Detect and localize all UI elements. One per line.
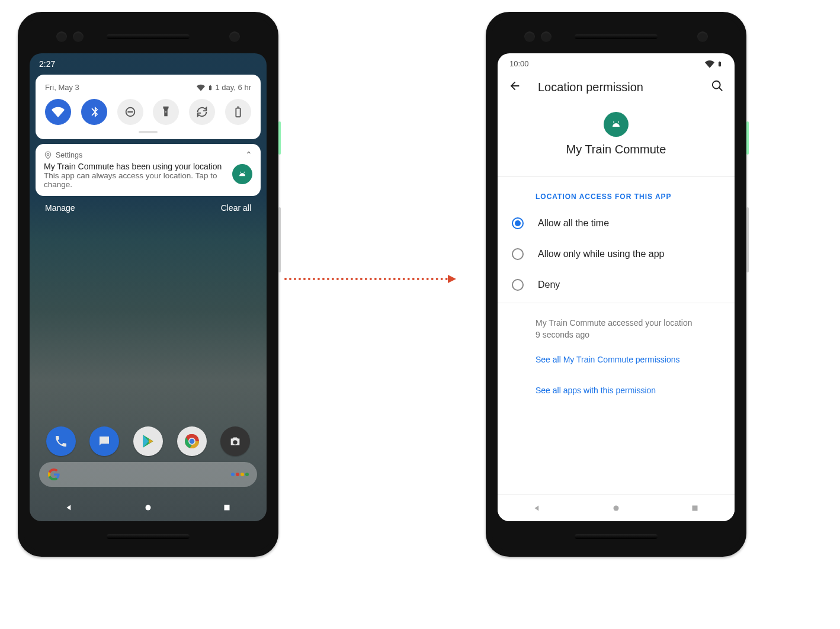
- camera-icon[interactable]: [220, 426, 250, 456]
- screen-left: 2:27 Fri, May 3 1 day, 6 hr: [30, 53, 267, 521]
- dock: [30, 426, 267, 456]
- transition-arrow: [284, 275, 456, 283]
- svg-point-8: [145, 505, 150, 511]
- home-button[interactable]: [143, 502, 153, 513]
- status-time: 2:27: [30, 53, 267, 72]
- nav-bar: [498, 494, 735, 521]
- nav-bar: [30, 494, 267, 521]
- radio-label: Allow only while using the app: [538, 249, 664, 259]
- recents-button[interactable]: [690, 503, 700, 514]
- panel-handle[interactable]: [139, 131, 158, 133]
- chevron-up-icon[interactable]: ⌃: [245, 150, 252, 159]
- svg-point-7: [189, 439, 194, 444]
- radio-label: Deny: [538, 280, 560, 290]
- home-button[interactable]: [611, 503, 621, 514]
- qs-status-right: 1 day, 6 hr: [197, 83, 251, 92]
- usage-info: My Train Commute accessed your location …: [498, 303, 735, 344]
- radio-allow-while-using[interactable]: Allow only while using the app: [498, 239, 735, 269]
- qs-batt: 1 day, 6 hr: [216, 83, 251, 92]
- notif-app: Settings: [56, 151, 82, 159]
- phone-icon[interactable]: [46, 426, 76, 456]
- manage-button[interactable]: Manage: [45, 203, 75, 213]
- app-name: My Train Commute: [498, 143, 735, 156]
- notification-card[interactable]: Settings ⌃ My Train Commute has been usi…: [36, 144, 261, 196]
- app-icon: [604, 112, 629, 137]
- link-all-apps-permission[interactable]: See all apps with this permission: [498, 375, 735, 406]
- radio-icon: [512, 279, 524, 291]
- radio-allow-always[interactable]: Allow all the time: [498, 208, 735, 239]
- svg-point-10: [613, 505, 618, 511]
- quick-settings-panel[interactable]: Fri, May 3 1 day, 6 hr: [36, 75, 261, 139]
- location-icon: [44, 151, 52, 159]
- radio-label: Allow all the time: [538, 218, 609, 229]
- wifi-status-icon: [197, 84, 205, 92]
- back-icon[interactable]: [508, 79, 521, 95]
- qs-date: Fri, May 3: [45, 83, 79, 92]
- app-icon-small: [232, 164, 252, 184]
- rotate-icon[interactable]: [189, 99, 215, 125]
- back-button[interactable]: [532, 503, 543, 514]
- radio-icon: [512, 248, 524, 260]
- wifi-status-icon: [705, 59, 714, 69]
- clear-all-button[interactable]: Clear all: [221, 203, 251, 213]
- app-bar: Location permission: [498, 71, 735, 104]
- section-label: LOCATION ACCESS FOR THIS APP: [498, 177, 735, 208]
- bluetooth-icon[interactable]: [81, 99, 107, 125]
- back-button[interactable]: [64, 502, 75, 513]
- app-header: My Train Commute: [498, 104, 735, 176]
- search-bar[interactable]: [39, 462, 257, 487]
- screen-right: 10:00 Location permission My Train Commu…: [498, 53, 735, 521]
- dnd-icon[interactable]: [117, 99, 143, 125]
- status-time: 10:00: [509, 59, 529, 69]
- phone-left: 2:27 Fri, May 3 1 day, 6 hr: [18, 12, 278, 557]
- battery-saver-icon[interactable]: [225, 99, 251, 125]
- link-all-app-permissions[interactable]: See all My Train Commute permissions: [498, 344, 735, 375]
- qs-tiles: [45, 99, 251, 125]
- search-icon[interactable]: [711, 79, 724, 95]
- radio-deny[interactable]: Deny: [498, 269, 735, 300]
- wifi-icon[interactable]: [45, 99, 71, 125]
- phone-right: 10:00 Location permission My Train Commu…: [486, 12, 746, 557]
- messages-icon[interactable]: [89, 426, 119, 456]
- radio-icon: [512, 217, 524, 229]
- svg-rect-9: [225, 505, 230, 511]
- battery-status-icon: [207, 84, 213, 92]
- battery-status-icon: [717, 59, 723, 69]
- chrome-icon[interactable]: [177, 426, 207, 456]
- appbar-title: Location permission: [538, 81, 643, 94]
- flashlight-icon[interactable]: [153, 99, 179, 125]
- svg-rect-11: [692, 505, 698, 511]
- assistant-icon[interactable]: [231, 473, 249, 476]
- play-icon[interactable]: [133, 426, 163, 456]
- google-icon: [47, 468, 60, 481]
- svg-point-4: [47, 153, 49, 156]
- svg-rect-2: [236, 108, 240, 117]
- notif-body: This app can always access your location…: [44, 171, 252, 189]
- notif-title: My Train Commute has been using your loc…: [44, 162, 252, 171]
- recents-button[interactable]: [222, 502, 232, 513]
